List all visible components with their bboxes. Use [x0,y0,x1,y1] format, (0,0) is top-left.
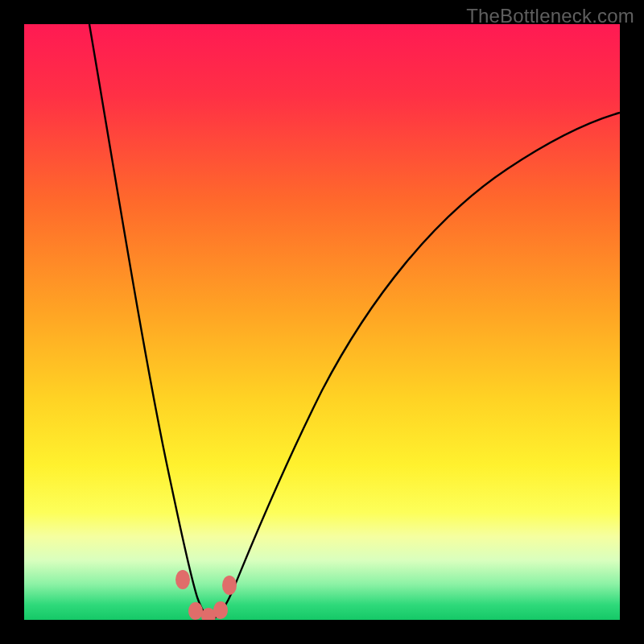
plot-frame [24,24,620,620]
marker [222,576,237,595]
marker [175,570,190,589]
watermark-text: TheBottleneck.com [466,5,634,27]
marker [213,601,228,619]
left-curve [89,24,212,619]
marker [188,602,203,620]
right-curve [212,113,620,619]
markers [175,570,237,620]
curve-layer [24,24,620,620]
